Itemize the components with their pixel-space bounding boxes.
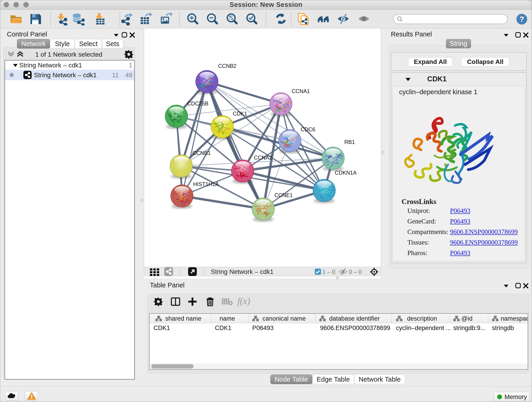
svg-text:RB1: RB1 (344, 139, 355, 145)
svg-text:CCNA2: CCNA2 (254, 155, 272, 161)
svg-text:CCNB2: CCNB2 (218, 63, 236, 69)
svg-text:CDC6: CDC6 (301, 127, 315, 133)
svg-text:CCNE1: CCNE1 (274, 192, 293, 198)
svg-text:CCNA1: CCNA1 (292, 88, 310, 94)
svg-text:CCNB1: CCNB1 (192, 150, 211, 156)
svg-text:CDK1: CDK1 (233, 111, 247, 117)
svg-text:CDKN1A: CDKN1A (335, 170, 357, 176)
svg-text:HIST1H1A: HIST1H1A (193, 181, 219, 187)
svg-text:CDC25B: CDC25B (187, 101, 209, 107)
